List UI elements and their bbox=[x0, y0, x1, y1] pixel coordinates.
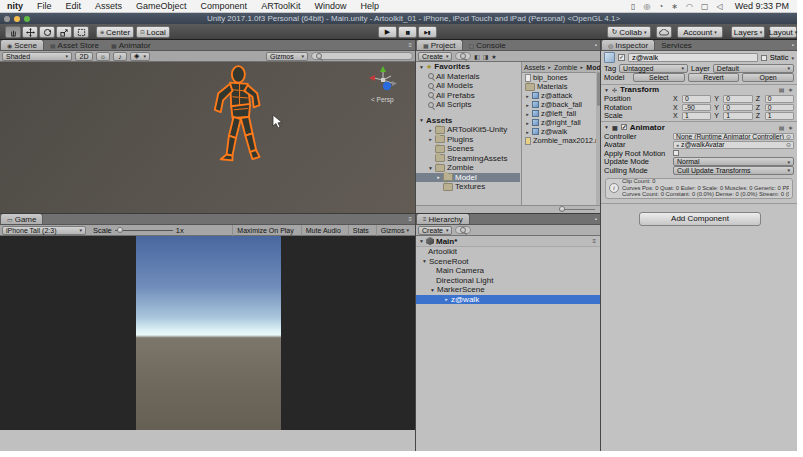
static-checkbox[interactable] bbox=[761, 55, 767, 61]
tree-item-all-models[interactable]: All Models bbox=[416, 81, 520, 91]
file-zombie-max2012[interactable]: Zombie_max2012.max bbox=[522, 136, 600, 145]
add-component-button[interactable]: Add Component bbox=[639, 212, 761, 226]
file-z-walk[interactable]: ▸ z@walk bbox=[522, 127, 600, 136]
animator-component-header[interactable]: ▼ ▦ ✓ Animator ▤ ∗ bbox=[601, 121, 797, 132]
tab-inspector[interactable]: ◎ Inspector bbox=[601, 40, 655, 50]
aspect-ratio-dropdown[interactable]: iPhone Tall (2:3) ▾ bbox=[2, 226, 86, 235]
rotation-y-field[interactable]: 0 bbox=[723, 104, 752, 112]
menu-component[interactable]: Component bbox=[194, 1, 255, 11]
tree-item-all-prefabs[interactable]: All Prefabs bbox=[416, 91, 520, 101]
wifi-icon[interactable]: ◠ bbox=[682, 2, 697, 11]
help-icon[interactable]: ▤ bbox=[779, 125, 786, 131]
position-y-field[interactable]: 0 bbox=[723, 95, 752, 103]
hierarchy-create-button[interactable]: Create ▾ bbox=[418, 226, 452, 235]
shading-mode-dropdown[interactable]: Shaded ▾ bbox=[2, 52, 72, 61]
rotation-z-field[interactable]: 0 bbox=[765, 104, 794, 112]
stats-button[interactable]: Stats bbox=[348, 225, 373, 236]
file-z-left-fall[interactable]: ▸ z@left_fall bbox=[522, 109, 600, 118]
tree-item-favorites[interactable]: ▼ ★ Favorites bbox=[416, 62, 520, 72]
layers-button[interactable]: Layers ▾ bbox=[731, 26, 765, 38]
hierarchy-item-sceneroot[interactable]: ▼ SceneRoot bbox=[416, 257, 600, 267]
account-button[interactable]: Account ▾ bbox=[677, 26, 723, 38]
scale-slider[interactable] bbox=[115, 230, 173, 231]
thumbnail-size-knob[interactable] bbox=[559, 206, 565, 212]
scene-gizmos-dropdown[interactable]: Gizmos ▾ bbox=[266, 52, 308, 61]
gizmo-z-axis[interactable] bbox=[383, 82, 391, 90]
update-mode-dropdown[interactable]: Normal▾ bbox=[673, 157, 794, 166]
close-window-button[interactable] bbox=[4, 16, 10, 22]
search-by-type-icon[interactable]: ◧ bbox=[474, 53, 480, 60]
project-search-input[interactable] bbox=[455, 52, 471, 60]
status-icon[interactable]: ◎ bbox=[639, 2, 654, 11]
2d-toggle[interactable]: 2D bbox=[75, 52, 93, 61]
tree-item-scenes[interactable]: Scenes bbox=[416, 144, 520, 154]
gameobject-icon[interactable] bbox=[604, 52, 615, 63]
tab-animator[interactable]: ▦ Animator bbox=[105, 40, 157, 50]
file-z-right-fall[interactable]: ▸ z@right_fall bbox=[522, 118, 600, 127]
menu-assets[interactable]: Assets bbox=[88, 1, 129, 11]
menu-window[interactable]: Window bbox=[307, 1, 353, 11]
file-z-back-fall[interactable]: ▸ z@back_fall bbox=[522, 100, 600, 109]
position-x-field[interactable]: 0 bbox=[682, 95, 711, 103]
object-picker-icon[interactable]: ⊙ bbox=[786, 141, 791, 148]
breadcrumb[interactable]: Assets▸ Zombie▸ Model bbox=[522, 62, 600, 73]
clock-icon[interactable]: ◔ bbox=[654, 2, 667, 11]
hierarchy-item-markerscene[interactable]: ▼ MarkerScene bbox=[416, 285, 600, 295]
zombie-model-selected[interactable] bbox=[198, 65, 274, 171]
model-open-button[interactable]: Open bbox=[742, 73, 794, 82]
lock-icon[interactable]: ▪ bbox=[595, 216, 598, 222]
maximize-on-play-button[interactable]: Maximize On Play bbox=[232, 225, 297, 236]
menu-file[interactable]: File bbox=[30, 1, 59, 11]
display-icon[interactable]: ▢ bbox=[697, 2, 713, 11]
play-button[interactable]: ▶ bbox=[378, 26, 397, 38]
tab-game[interactable]: ▭ Game bbox=[0, 213, 43, 224]
pivot-center-button[interactable]: ⊕ Center bbox=[96, 26, 134, 38]
hierarchy-item-directional-light[interactable]: Directional Light bbox=[416, 276, 600, 286]
project-create-button[interactable]: Create ▾ bbox=[418, 52, 452, 61]
tree-item-streamingassets[interactable]: StreamingAssets bbox=[416, 154, 520, 164]
lock-icon[interactable]: ▪ bbox=[595, 42, 598, 48]
gizmo-x-axis[interactable] bbox=[369, 75, 375, 81]
layer-dropdown[interactable]: Default▾ bbox=[713, 64, 794, 73]
panel-menu-icon[interactable]: ≡ bbox=[408, 42, 413, 48]
step-button[interactable]: ▶▮ bbox=[418, 26, 437, 38]
tab-hierarchy[interactable]: ≡ Hierarchy bbox=[416, 213, 470, 224]
pause-button[interactable]: ▮▮ bbox=[398, 26, 417, 38]
tab-console[interactable]: ▢ Console bbox=[463, 40, 512, 50]
scale-z-field[interactable]: 1 bbox=[765, 112, 794, 120]
battery-icon[interactable]: ▯ bbox=[627, 2, 639, 11]
file-z-attack[interactable]: ▸ z@attack bbox=[522, 91, 600, 100]
persp-label[interactable]: < Persp bbox=[371, 96, 394, 103]
collab-button[interactable]: ↻ Collab ▾ bbox=[607, 26, 651, 38]
tab-project[interactable]: ▦ Project bbox=[416, 40, 463, 50]
help-icon[interactable]: ▤ bbox=[779, 87, 786, 93]
gameobject-name-field[interactable]: z@walk bbox=[628, 53, 758, 62]
search-by-label-icon[interactable]: ◨ bbox=[483, 53, 489, 60]
culling-mode-dropdown[interactable]: Cull Update Transforms▾ bbox=[673, 166, 794, 175]
hierarchy-item-artoolkit[interactable]: Artoolkit bbox=[416, 247, 600, 257]
tree-item-zombie[interactable]: ▼ Zombie bbox=[416, 163, 520, 173]
move-tool-button[interactable] bbox=[22, 26, 38, 38]
menu-artoolkit[interactable]: ARToolKit bbox=[254, 1, 307, 11]
object-picker-icon[interactable]: ⊙ bbox=[786, 133, 791, 140]
effects-dropdown[interactable]: ◈ ▾ bbox=[130, 52, 150, 61]
rect-tool-button[interactable] bbox=[73, 26, 89, 38]
gear-icon[interactable]: ∗ bbox=[788, 125, 794, 131]
menu-clock[interactable]: Wed 9:33 PM bbox=[727, 1, 797, 11]
avatar-field[interactable]: ● z@walkAvatar ⊙ bbox=[673, 141, 794, 149]
tree-item-plugins[interactable]: ▸ Plugins bbox=[416, 135, 520, 145]
hierarchy-item-main-camera[interactable]: Main Camera bbox=[416, 266, 600, 276]
tree-item-artoolkit5-unity[interactable]: ▸ ARToolKit5-Unity bbox=[416, 125, 520, 135]
menu-edit[interactable]: Edit bbox=[59, 1, 89, 11]
menu-unity[interactable]: nity bbox=[0, 1, 30, 11]
scene-search-input[interactable] bbox=[311, 52, 413, 60]
tree-item-assets[interactable]: ▼ Assets bbox=[416, 116, 520, 126]
tree-item-model[interactable]: ▸ Model bbox=[416, 173, 520, 183]
cloud-button[interactable] bbox=[656, 26, 672, 38]
transform-component-header[interactable]: ▼ ⊹ Transform ▤ ∗ bbox=[601, 84, 797, 95]
tab-services[interactable]: Services bbox=[655, 40, 698, 50]
animator-enabled-checkbox[interactable]: ✓ bbox=[621, 124, 627, 130]
scene-viewport[interactable]: < Persp bbox=[0, 62, 415, 213]
scale-x-field[interactable]: 1 bbox=[682, 112, 711, 120]
controller-field[interactable]: None (Runtime Animator Controller) ⊙ bbox=[673, 133, 794, 141]
